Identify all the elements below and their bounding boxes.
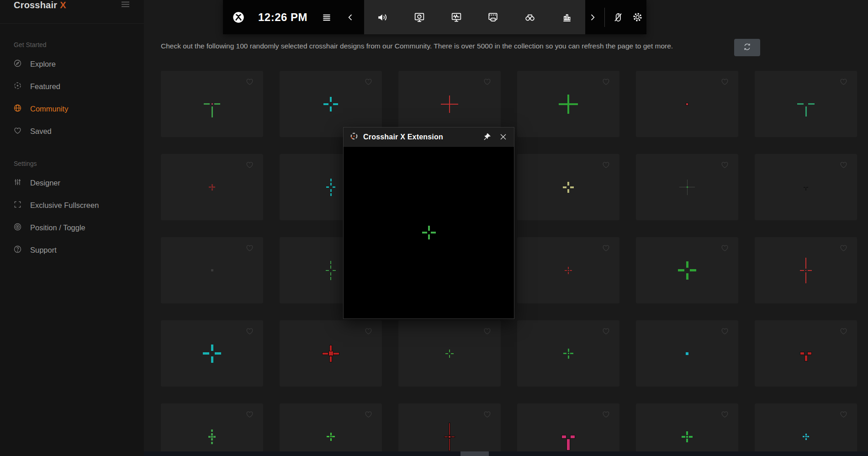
crosshair-card[interactable] xyxy=(755,154,857,220)
crosshair-preview xyxy=(435,90,464,119)
crosshair-card[interactable] xyxy=(161,320,263,387)
capture-icon[interactable] xyxy=(413,11,426,24)
performance-icon[interactable] xyxy=(450,11,463,24)
favorite-heart-icon[interactable] xyxy=(601,326,611,336)
horizontal-scrollbar[interactable] xyxy=(144,451,868,456)
sliders-icon xyxy=(13,177,22,189)
compass-icon xyxy=(13,58,22,70)
favorite-heart-icon[interactable] xyxy=(720,77,730,87)
favorite-heart-icon[interactable] xyxy=(601,160,611,170)
gallery-icon[interactable] xyxy=(487,11,499,24)
crosshair-card[interactable] xyxy=(517,403,619,456)
crosshair-card[interactable] xyxy=(517,71,619,137)
settings-gear-icon[interactable] xyxy=(631,11,644,23)
refresh-icon xyxy=(743,42,752,53)
crosshair-card[interactable] xyxy=(280,403,382,456)
collapse-left-chevron-icon[interactable] xyxy=(346,13,355,22)
resources-icon[interactable] xyxy=(561,11,573,24)
crosshair-preview xyxy=(316,173,345,202)
favorite-heart-icon[interactable] xyxy=(601,243,611,253)
crosshair-card[interactable] xyxy=(636,320,738,387)
crosshair-card[interactable] xyxy=(398,320,501,387)
favorite-heart-icon[interactable] xyxy=(601,409,611,419)
crosshair-card[interactable] xyxy=(517,237,619,303)
favorite-heart-icon[interactable] xyxy=(482,409,492,419)
crosshair-card[interactable] xyxy=(755,71,857,137)
crosshair-preview xyxy=(435,422,464,451)
favorite-heart-icon[interactable] xyxy=(838,77,848,87)
crosshair-card[interactable] xyxy=(280,320,382,387)
crosshair-preview xyxy=(791,339,820,368)
expand-right-chevron-icon[interactable] xyxy=(588,13,597,22)
extension-titlebar[interactable]: Crosshair X Extension xyxy=(344,127,514,147)
pin-icon[interactable] xyxy=(482,132,492,143)
crosshair-preview xyxy=(672,422,702,451)
mouse-passthrough-icon[interactable] xyxy=(612,11,624,23)
favorite-heart-icon[interactable] xyxy=(244,77,254,87)
crosshair-preview xyxy=(554,173,583,202)
favorite-heart-icon[interactable] xyxy=(720,243,730,253)
crosshair-preview xyxy=(197,256,227,285)
sidebar-item-designer[interactable]: Designer xyxy=(0,172,144,194)
sidebar-item-label: Saved xyxy=(30,127,52,136)
audio-icon[interactable] xyxy=(376,11,389,24)
favorite-heart-icon[interactable] xyxy=(838,409,848,419)
crosshair-card[interactable] xyxy=(755,403,857,456)
extension-window: Crosshair X Extension xyxy=(343,127,514,319)
crosshair-card[interactable] xyxy=(161,71,263,137)
crosshair-card[interactable] xyxy=(636,403,738,456)
logo-accent: X xyxy=(60,0,66,10)
favorite-heart-icon[interactable] xyxy=(363,409,373,419)
crosshair-card[interactable] xyxy=(636,237,738,303)
crosshair-preview xyxy=(791,173,820,202)
favorite-heart-icon[interactable] xyxy=(720,160,730,170)
sidebar-item-explore[interactable]: Explore xyxy=(0,53,144,75)
xbox-logo-icon[interactable] xyxy=(232,11,245,24)
sidebar-item-support[interactable]: Support xyxy=(0,239,144,261)
crosshair-card[interactable] xyxy=(161,237,263,303)
logo-text: Crosshair xyxy=(14,0,57,10)
looking-for-group-icon[interactable] xyxy=(524,11,536,24)
favorite-heart-icon[interactable] xyxy=(838,243,848,253)
favorite-heart-icon[interactable] xyxy=(838,326,848,336)
favorite-heart-icon[interactable] xyxy=(720,326,730,336)
sidebar-item-label: Support xyxy=(30,246,57,255)
crosshair-preview xyxy=(791,90,820,119)
crosshair-card[interactable] xyxy=(755,237,857,303)
hamburger-menu-icon[interactable] xyxy=(122,1,129,9)
heart-icon xyxy=(13,126,22,137)
close-icon[interactable] xyxy=(498,132,508,143)
favorite-heart-icon[interactable] xyxy=(363,77,373,87)
favorite-heart-icon[interactable] xyxy=(482,326,492,336)
scrollbar-thumb[interactable] xyxy=(460,451,489,456)
sidebar-item-saved[interactable]: Saved xyxy=(0,120,144,143)
favorite-heart-icon[interactable] xyxy=(363,326,373,336)
sidebar-item-position-toggle[interactable]: Position / Toggle xyxy=(0,217,144,239)
favorite-heart-icon[interactable] xyxy=(244,326,254,336)
favorite-heart-icon[interactable] xyxy=(720,409,730,419)
gamebar-main-section: 12:26 PM xyxy=(223,0,364,34)
crosshair-card[interactable] xyxy=(636,71,738,137)
favorite-heart-icon[interactable] xyxy=(244,160,254,170)
favorite-heart-icon[interactable] xyxy=(244,409,254,419)
favorite-heart-icon[interactable] xyxy=(482,77,492,87)
crosshair-card[interactable] xyxy=(161,403,263,456)
crosshair-card[interactable] xyxy=(755,320,857,387)
favorite-heart-icon[interactable] xyxy=(244,243,254,253)
sidebar-item-label: Exclusive Fullscreen xyxy=(30,201,99,210)
refresh-button[interactable] xyxy=(734,39,760,56)
crosshair-card[interactable] xyxy=(517,320,619,387)
sidebar-item-exclusive-fullscreen[interactable]: Exclusive Fullscreen xyxy=(0,194,144,217)
crosshair-card[interactable] xyxy=(636,154,738,220)
widget-menu-icon[interactable] xyxy=(321,11,333,23)
favorite-heart-icon[interactable] xyxy=(838,160,848,170)
sidebar-item-community[interactable]: Community xyxy=(0,98,144,120)
crosshair-card[interactable] xyxy=(398,403,501,456)
crosshair-preview xyxy=(554,339,583,368)
crosshair-preview xyxy=(316,256,345,285)
crosshair-card[interactable] xyxy=(161,154,263,220)
crosshair-card[interactable] xyxy=(517,154,619,220)
favorite-heart-icon[interactable] xyxy=(601,77,611,87)
crosshair-preview xyxy=(197,422,227,451)
sidebar-item-featured[interactable]: Featured xyxy=(0,75,144,98)
